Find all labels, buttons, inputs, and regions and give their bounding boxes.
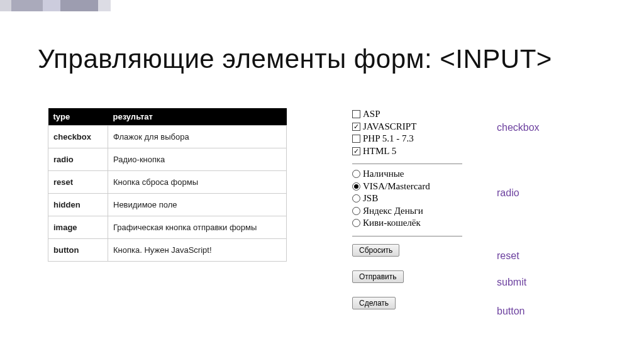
checkbox-example: ASP JAVASCRIPT PHP 5.1 - 7.3 HTML 5 bbox=[352, 108, 591, 160]
radio-icon bbox=[352, 182, 360, 191]
submit-button[interactable]: Отправить bbox=[352, 270, 404, 283]
annotation-button: button bbox=[497, 306, 525, 317]
radio-icon bbox=[352, 219, 360, 227]
divider bbox=[352, 236, 462, 236]
checkbox-icon bbox=[352, 147, 360, 155]
cell-desc: Кнопка. Нужен JavaScript! bbox=[108, 239, 287, 262]
table-row: hiddenНевидимое поле bbox=[48, 194, 287, 216]
reset-button[interactable]: Сбросить bbox=[352, 244, 399, 257]
examples-column: ASP JAVASCRIPT PHP 5.1 - 7.3 HTML 5 Нали… bbox=[352, 108, 591, 319]
checkbox-label: JAVASCRIPT bbox=[363, 121, 416, 133]
table-row: buttonКнопка. Нужен JavaScript! bbox=[48, 239, 287, 262]
radio-cash[interactable]: Наличные bbox=[352, 168, 591, 181]
checkbox-asp[interactable]: ASP bbox=[352, 108, 591, 121]
checkbox-javascript[interactable]: JAVASCRIPT bbox=[352, 121, 591, 133]
generic-button[interactable]: Сделать bbox=[352, 297, 396, 309]
checkbox-label: PHP 5.1 - 7.3 bbox=[363, 133, 414, 145]
radio-yandex[interactable]: Яндекс Деньги bbox=[352, 205, 591, 218]
table-row: radioРадио-кнопка bbox=[48, 148, 287, 171]
annotation-checkbox: checkbox bbox=[497, 122, 540, 133]
checkbox-label: ASP bbox=[363, 108, 380, 121]
cell-desc: Флажок для выбора bbox=[108, 126, 287, 148]
types-table-container: type результат checkboxФлажок для выбора… bbox=[48, 108, 287, 262]
table-header-type: type bbox=[48, 108, 108, 126]
cell-type: reset bbox=[48, 171, 108, 194]
annotation-reset: reset bbox=[497, 250, 519, 262]
cell-type: radio bbox=[48, 148, 108, 171]
checkbox-label: HTML 5 bbox=[363, 145, 396, 158]
checkbox-icon bbox=[352, 135, 360, 143]
cell-desc: Невидимое поле bbox=[108, 194, 287, 216]
radio-icon bbox=[352, 170, 360, 178]
cell-desc: Графическая кнопка отправки формы bbox=[108, 216, 287, 239]
annotation-radio: radio bbox=[497, 187, 519, 199]
radio-label: Киви-кошелёк bbox=[363, 217, 421, 230]
radio-label: VISA/Mastercard bbox=[363, 181, 430, 193]
annotation-submit: submit bbox=[497, 277, 526, 288]
radio-label: Яндекс Деньги bbox=[363, 205, 423, 218]
table-row: imageГрафическая кнопка отправки формы bbox=[48, 216, 287, 239]
radio-label: Наличные bbox=[363, 168, 404, 181]
checkbox-php[interactable]: PHP 5.1 - 7.3 bbox=[352, 133, 591, 145]
page-title: Управляющие элементы форм: <INPUT> bbox=[38, 44, 552, 74]
button-example: Сделать bbox=[352, 293, 591, 316]
cell-type: button bbox=[48, 239, 108, 262]
submit-example: Отправить bbox=[352, 267, 591, 289]
table-row: resetКнопка сброса формы bbox=[48, 171, 287, 194]
checkbox-html5[interactable]: HTML 5 bbox=[352, 145, 591, 158]
radio-example: Наличные VISA/Mastercard JSB Яндекс День… bbox=[352, 168, 591, 232]
decoration-top bbox=[0, 0, 138, 21]
reset-example: Сбросить bbox=[352, 240, 591, 263]
radio-jsb[interactable]: JSB bbox=[352, 192, 591, 205]
table-header-result: результат bbox=[108, 108, 287, 126]
checkbox-icon bbox=[352, 123, 360, 131]
cell-desc: Кнопка сброса формы bbox=[108, 171, 287, 194]
radio-label: JSB bbox=[363, 192, 378, 205]
radio-icon bbox=[352, 194, 360, 203]
types-table: type результат checkboxФлажок для выбора… bbox=[48, 108, 287, 262]
cell-type: image bbox=[48, 216, 108, 239]
cell-type: checkbox bbox=[48, 126, 108, 148]
cell-type: hidden bbox=[48, 194, 108, 216]
cell-desc: Радио-кнопка bbox=[108, 148, 287, 171]
radio-qiwi[interactable]: Киви-кошелёк bbox=[352, 217, 591, 230]
divider bbox=[352, 164, 462, 164]
radio-visa[interactable]: VISA/Mastercard bbox=[352, 181, 591, 193]
table-row: checkboxФлажок для выбора bbox=[48, 126, 287, 148]
checkbox-icon bbox=[352, 110, 360, 118]
radio-icon bbox=[352, 207, 360, 215]
